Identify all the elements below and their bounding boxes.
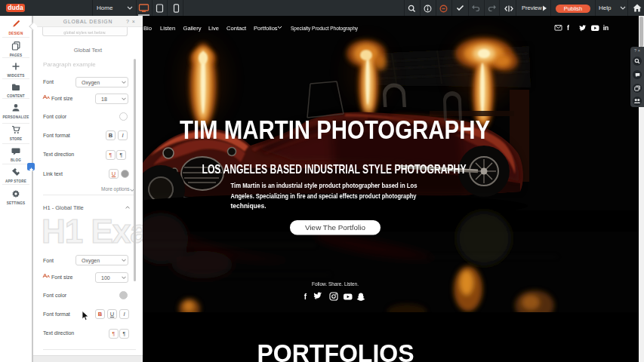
svg-text:Angeles. Specializing in fire: Angeles. Specializing in fire and specia…: [231, 192, 418, 200]
svg-text:Follow. Share. Listen.: Follow. Share. Listen.: [312, 281, 359, 287]
svg-text:Gallery: Gallery: [183, 25, 202, 32]
svg-text:Contact: Contact: [226, 25, 247, 32]
svg-text:Portfolios: Portfolios: [254, 25, 278, 32]
svg-text:View The Portfolio: View The Portfolio: [305, 224, 365, 232]
svg-text:Specialty Product Photography: Specialty Product Photography: [291, 25, 358, 32]
svg-text:Live: Live: [208, 25, 219, 32]
svg-text:Listen: Listen: [160, 25, 175, 32]
svg-text:in: in: [603, 24, 609, 32]
svg-text:techniques.: techniques.: [231, 201, 267, 210]
svg-text:Tim Martin is an industrial st: Tim Martin is an industrial style produc…: [231, 181, 418, 189]
svg-text:Bio: Bio: [143, 25, 152, 32]
svg-text:TIM MARTIN PHOTOGRAPHY: TIM MARTIN PHOTOGRAPHY: [180, 115, 490, 145]
svg-text:PORTFOLIOS: PORTFOLIOS: [257, 339, 414, 362]
svg-text:LOS ANGELES BASED INDUSTRIAL S: LOS ANGELES BASED INDUSTRIAL STYLE PHOTO…: [202, 162, 467, 176]
